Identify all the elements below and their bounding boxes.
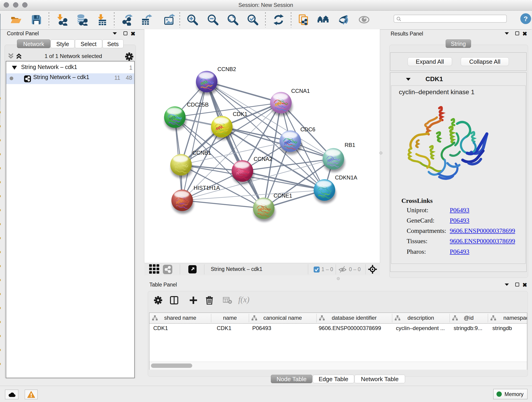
svg-text:CDC6: CDC6 [300, 126, 315, 133]
svg-text:CCNB2: CCNB2 [217, 66, 236, 72]
svg-text:RB1: RB1 [345, 142, 355, 148]
svg-text:CCNE1: CCNE1 [273, 192, 292, 199]
svg-text:CCNA2: CCNA2 [254, 156, 272, 162]
svg-text:CDC25B: CDC25B [187, 102, 209, 108]
svg-text:CCNA1: CCNA1 [291, 88, 310, 94]
svg-text:CDK1: CDK1 [233, 111, 247, 117]
svg-text:CDKN1A: CDKN1A [335, 174, 357, 181]
svg-text:CCNB1: CCNB1 [192, 150, 211, 156]
svg-text:HIST1H1A: HIST1H1A [194, 185, 220, 191]
